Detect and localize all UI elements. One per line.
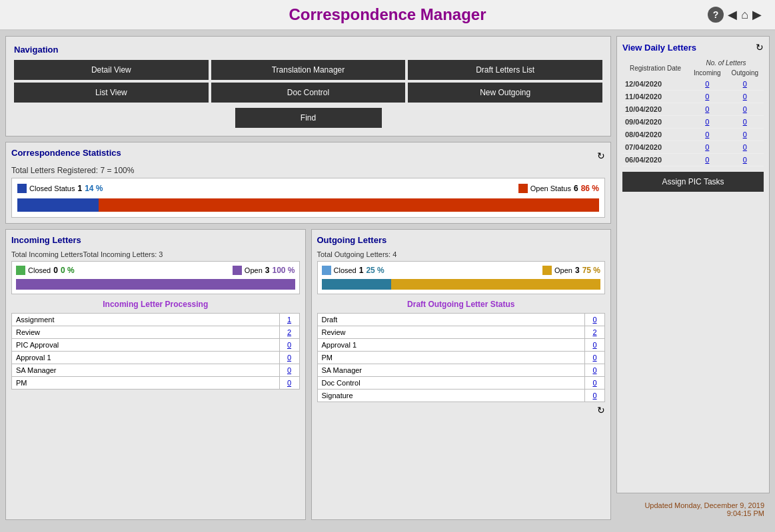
row-value[interactable]: 0: [279, 377, 299, 390]
list-view-button[interactable]: List View: [14, 83, 209, 103]
daily-table-row: 07/04/2020 0 0: [622, 141, 764, 154]
row-value[interactable]: 0: [279, 352, 299, 364]
status-bar: Updated Monday, December 9, 2019 9:04:15…: [616, 499, 770, 520]
incoming-total: Total Incoming LettersTotal Incoming Let…: [11, 250, 300, 258]
daily-section: View Daily Letters ↻ Registration Date N…: [616, 36, 770, 493]
outgoing-open-legend: Open 3 75 %: [542, 266, 600, 275]
table-row: Approval 1 0: [317, 339, 605, 352]
incoming-processing-table: Assignment 1 Review 2 PIC Approval 0 A: [11, 313, 300, 416]
outgoing-open-count: 3: [575, 266, 580, 275]
help-button[interactable]: ?: [708, 7, 724, 23]
row-value[interactable]: 0: [585, 377, 605, 390]
table-row: Doc Control 0: [317, 377, 605, 390]
assign-pic-button[interactable]: Assign PIC Tasks: [622, 172, 764, 192]
open-label: Open Status: [530, 184, 571, 192]
closed-color-box: [17, 184, 27, 193]
incoming-cell[interactable]: 0: [688, 78, 726, 91]
row-value[interactable]: 2: [279, 326, 299, 339]
incoming-cell[interactable]: 0: [688, 116, 726, 129]
incoming-open-label: Open: [245, 266, 263, 274]
row-value[interactable]: 2: [585, 326, 605, 339]
incoming-col-header: Incoming: [688, 68, 726, 78]
stats-refresh-icon[interactable]: ↻: [597, 150, 605, 161]
outgoing-cell[interactable]: 0: [726, 116, 764, 129]
date-cell: 09/04/2020: [622, 116, 688, 129]
detail-view-button[interactable]: Detail View: [14, 60, 209, 80]
stats-legend: Closed Status 1 14 % Open Status 6 86 %: [17, 184, 599, 193]
outgoing-cell[interactable]: 0: [726, 141, 764, 154]
incoming-cell[interactable]: 0: [688, 129, 726, 141]
home-icon[interactable]: ⌂: [741, 8, 748, 22]
title-navigation: ? ◀ ⌂ ▶: [708, 7, 762, 23]
outgoing-cell[interactable]: 0: [726, 91, 764, 103]
incoming-cell[interactable]: 0: [688, 91, 726, 103]
incoming-cell[interactable]: 0: [688, 154, 726, 166]
left-panel: Navigation Detail View Translation Manag…: [5, 36, 611, 520]
outgoing-open-color: [542, 266, 552, 275]
table-row: Assignment 1: [12, 314, 300, 326]
row-value[interactable]: 0: [585, 364, 605, 377]
outgoing-closed-label: Closed: [334, 266, 357, 274]
date-cell: 10/04/2020: [622, 103, 688, 116]
table-row: PM 0: [12, 377, 300, 390]
incoming-closed-color: [16, 266, 25, 275]
title-bar: Correspondence Manager ? ◀ ⌂ ▶: [0, 0, 775, 31]
outgoing-cell[interactable]: 0: [726, 154, 764, 166]
daily-refresh-icon[interactable]: ↻: [756, 42, 764, 53]
incoming-closed-legend: Closed 0 0 %: [16, 266, 75, 275]
row-value[interactable]: 0: [585, 339, 605, 352]
incoming-open-color: [233, 266, 242, 275]
outgoing-legend: Closed 1 25 % Open 3 75 %: [322, 266, 601, 275]
new-outgoing-button[interactable]: New Outgoing: [408, 83, 602, 103]
daily-table-row: 10/04/2020 0 0: [622, 103, 764, 116]
incoming-open-count: 3: [265, 266, 270, 275]
row-value[interactable]: 0: [585, 314, 605, 326]
date-cell: 07/04/2020: [622, 141, 688, 154]
row-label: SA Manager: [12, 364, 280, 377]
nav-forward-icon[interactable]: ▶: [752, 7, 762, 22]
incoming-legend: Closed 0 0 % Open 3 100 %: [16, 266, 295, 275]
table-row-empty: [12, 390, 300, 403]
stats-header: Correspondence Statistics ↻: [11, 148, 605, 163]
row-value[interactable]: 0: [585, 352, 605, 364]
outgoing-section: Outgoing Letters Total Outgoing Letters:…: [311, 229, 612, 520]
table-row: Draft 0: [317, 314, 605, 326]
outgoing-col-header: Outgoing: [726, 68, 764, 78]
row-value[interactable]: 1: [279, 314, 299, 326]
open-pct: 86 %: [581, 184, 599, 193]
translation-manager-button[interactable]: Translation Manager: [211, 60, 406, 80]
row-label: Approval 1: [12, 352, 280, 364]
daily-table-header: Registration Date No. of Letters: [622, 58, 764, 68]
nav-back-icon[interactable]: ◀: [728, 7, 737, 22]
outgoing-refresh-icon[interactable]: ↻: [597, 405, 605, 415]
table-row: SA Manager 0: [12, 364, 300, 377]
doc-control-button[interactable]: Doc Control: [211, 83, 406, 103]
stats-title: Correspondence Statistics: [11, 148, 121, 158]
outgoing-cell[interactable]: 0: [726, 129, 764, 141]
date-cell: 06/04/2020: [622, 154, 688, 166]
row-value[interactable]: 0: [279, 364, 299, 377]
stats-total-text: Total Letters Registered: 7 = 100%: [11, 166, 605, 175]
page-title: Correspondence Manager: [289, 5, 486, 24]
daily-table-row: 08/04/2020 0 0: [622, 129, 764, 141]
draft-title: Draft Outgoing Letter Status: [317, 300, 606, 309]
incoming-cell[interactable]: 0: [688, 103, 726, 116]
outgoing-cell[interactable]: 0: [726, 103, 764, 116]
row-value[interactable]: 0: [279, 339, 299, 352]
no-letters-header: No. of Letters: [688, 58, 764, 68]
incoming-open-pct: 100 %: [272, 266, 295, 275]
daily-table-row: 06/04/2020 0 0: [622, 154, 764, 166]
row-label: Review: [12, 326, 280, 339]
main-content: Navigation Detail View Translation Manag…: [0, 31, 775, 525]
draft-letters-list-button[interactable]: Draft Letters List: [408, 60, 602, 80]
table-row: Signature 0: [317, 390, 605, 402]
incoming-cell[interactable]: 0: [688, 141, 726, 154]
row-value[interactable]: 0: [585, 390, 605, 402]
outgoing-closed-pct: 25 %: [366, 266, 384, 275]
closed-legend: Closed Status 1 14 %: [17, 184, 103, 193]
incoming-closed-label: Closed: [28, 266, 51, 274]
find-button[interactable]: Find: [235, 108, 382, 128]
incoming-section: Incoming Letters Total Incoming LettersT…: [5, 229, 306, 520]
outgoing-closed-legend: Closed 1 25 %: [322, 266, 385, 275]
outgoing-cell[interactable]: 0: [726, 78, 764, 91]
